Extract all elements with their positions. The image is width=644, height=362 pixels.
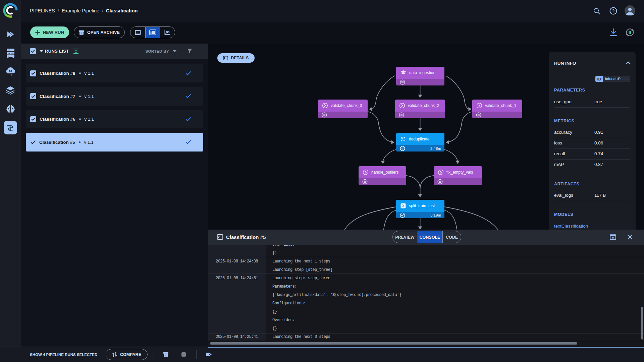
svg-text:?: ? — [612, 8, 615, 13]
svg-text:λ: λ — [402, 204, 404, 208]
